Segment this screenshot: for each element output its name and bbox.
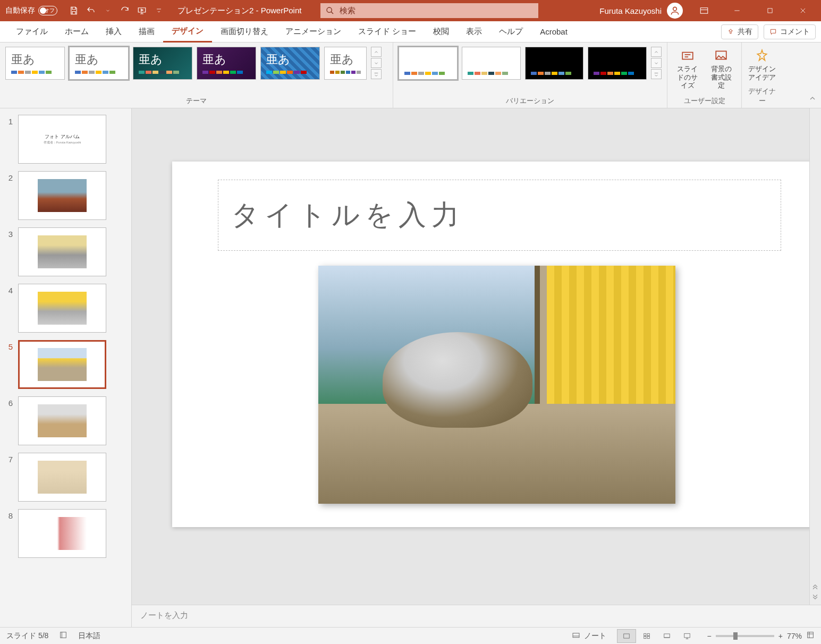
zoom-slider[interactable] xyxy=(716,635,774,637)
tab-review[interactable]: 校閲 xyxy=(425,21,458,43)
undo-icon[interactable] xyxy=(86,6,96,15)
zoom-in-button[interactable]: + xyxy=(778,632,783,640)
image-cat-subject xyxy=(383,332,532,427)
close-button[interactable] xyxy=(788,0,818,21)
tab-design[interactable]: デザイン xyxy=(163,21,212,43)
slide-image[interactable] xyxy=(318,266,675,504)
variation-2[interactable] xyxy=(462,47,521,80)
maximize-button[interactable] xyxy=(755,0,785,21)
svg-rect-9 xyxy=(644,633,646,635)
quick-access-toolbar xyxy=(69,6,164,15)
redo-icon[interactable] xyxy=(120,6,130,15)
slide-editor[interactable]: タイトルを入力 xyxy=(132,108,821,605)
slide-thumb-2[interactable]: 2 xyxy=(4,171,127,220)
theme-gallery[interactable]: 亜あ xyxy=(197,47,256,80)
accessibility-icon[interactable] xyxy=(59,631,67,641)
autosave-toggle[interactable]: 自動保存 オフ xyxy=(5,6,57,15)
thumb-image-icon xyxy=(38,235,87,268)
slideshow-view-button[interactable] xyxy=(678,629,697,643)
view-buttons xyxy=(617,629,697,643)
comments-button[interactable]: コメント xyxy=(764,24,816,39)
slide-thumb-3[interactable]: 3 xyxy=(4,227,127,276)
slide-counter[interactable]: スライド 5/8 xyxy=(6,631,48,641)
slide-thumb-7[interactable]: 7 xyxy=(4,453,127,502)
reading-view-button[interactable] xyxy=(657,629,676,643)
save-icon[interactable] xyxy=(69,6,79,15)
tab-home[interactable]: ホーム xyxy=(56,21,97,43)
thumb-image-icon xyxy=(38,292,87,325)
autosave-label: 自動保存 xyxy=(5,6,35,15)
thumb-image-icon xyxy=(38,517,87,550)
slide-thumb-6[interactable]: 6 xyxy=(4,396,127,445)
slide-size-button[interactable]: スライドのサイズ xyxy=(673,47,702,92)
zoom-percent[interactable]: 77% xyxy=(787,632,802,640)
ribbon-display-options-icon[interactable] xyxy=(689,0,719,21)
minimize-button[interactable] xyxy=(722,0,752,21)
qat-customize-icon[interactable] xyxy=(154,6,164,15)
slide-thumb-8[interactable]: 8 xyxy=(4,509,127,558)
svg-rect-14 xyxy=(684,633,690,638)
svg-rect-4 xyxy=(682,53,693,60)
slide-thumb-4[interactable]: 4 xyxy=(4,284,127,333)
svg-rect-7 xyxy=(573,633,579,637)
variation-4[interactable] xyxy=(588,47,647,80)
title-bar: 自動保存 オフ プレゼンテーション2 - PowerPoint 検索 Furut… xyxy=(0,0,821,21)
variation-3[interactable] xyxy=(525,47,584,80)
tab-insert[interactable]: 挿入 xyxy=(97,21,130,43)
variations-group-label: バリエーション xyxy=(399,94,662,106)
variations-scroll-down[interactable] xyxy=(651,58,662,68)
background-format-button[interactable]: 背景の書式設定 xyxy=(707,47,737,92)
prev-slide-icon[interactable] xyxy=(811,582,819,591)
search-box[interactable]: 検索 xyxy=(320,3,538,18)
notes-toggle-button[interactable]: ノート xyxy=(571,631,606,641)
design-ideas-button[interactable]: デザインアイデア xyxy=(747,47,777,83)
language-indicator[interactable]: 日本語 xyxy=(78,631,100,641)
account-info[interactable]: Furuta Kazuyoshi xyxy=(599,3,683,19)
theme-integral[interactable]: 亜あ xyxy=(260,47,320,80)
slideshow-from-start-icon[interactable] xyxy=(137,6,147,15)
svg-rect-13 xyxy=(664,633,670,637)
tab-animations[interactable]: アニメーション xyxy=(277,21,350,43)
tab-draw[interactable]: 描画 xyxy=(130,21,163,43)
themes-expand[interactable] xyxy=(371,69,382,79)
collapse-ribbon-icon[interactable] xyxy=(808,94,817,105)
tab-transitions[interactable]: 画面切り替え xyxy=(212,21,277,43)
themes-scroll-down[interactable] xyxy=(371,58,382,68)
user-settings-group-label: ユーザー設定 xyxy=(673,94,736,106)
fit-to-window-button[interactable] xyxy=(806,631,815,641)
slide-thumb-1[interactable]: 1 フォト アルバム作成者：Furuta Kazuyoshi xyxy=(4,115,127,164)
tab-acrobat[interactable]: Acrobat xyxy=(531,21,576,43)
zoom-out-button[interactable]: − xyxy=(707,632,712,640)
theme-organic[interactable]: 亜あ xyxy=(324,47,367,80)
next-slide-icon[interactable] xyxy=(811,593,819,601)
slide-thumbnail-panel[interactable]: 1 フォト アルバム作成者：Furuta Kazuyoshi 2 3 4 5 6… xyxy=(0,108,132,627)
slide-sorter-view-button[interactable] xyxy=(637,629,656,643)
undo-dropdown-icon[interactable] xyxy=(103,6,113,15)
vertical-scrollbar[interactable] xyxy=(809,108,821,605)
title-placeholder[interactable]: タイトルを入力 xyxy=(218,180,781,251)
notes-pane[interactable]: ノートを入力 xyxy=(132,605,821,627)
user-name: Furuta Kazuyoshi xyxy=(599,6,662,15)
variations-gallery-scroll xyxy=(651,47,662,79)
normal-view-button[interactable] xyxy=(617,629,636,643)
slide-thumb-5[interactable]: 5 xyxy=(4,340,127,389)
group-designer: デザインアイデア デザイナー xyxy=(742,43,782,108)
variation-1[interactable] xyxy=(399,47,458,80)
theme-office[interactable]: 亜あ xyxy=(5,47,65,80)
variations-scroll-up[interactable] xyxy=(651,47,662,57)
zoom-controls: − + 77% xyxy=(707,631,815,641)
slide-canvas[interactable]: タイトルを入力 xyxy=(172,162,821,527)
document-title: プレゼンテーション2 - PowerPoint xyxy=(177,6,301,16)
variations-expand[interactable] xyxy=(651,69,662,79)
tab-file[interactable]: ファイル xyxy=(7,21,56,43)
tab-view[interactable]: 表示 xyxy=(458,21,490,43)
theme-ion[interactable]: 亜あ xyxy=(133,47,192,80)
share-button[interactable]: 共有 xyxy=(721,24,758,39)
svg-rect-3 xyxy=(768,9,772,13)
tab-help[interactable]: ヘルプ xyxy=(490,21,531,43)
tab-slideshow[interactable]: スライド ショー xyxy=(350,21,425,43)
group-variations: バリエーション xyxy=(393,43,667,108)
ribbon-content: 亜あ 亜あ 亜あ 亜あ 亜あ 亜あ テーマ バリエーション xyxy=(0,43,821,108)
themes-scroll-up[interactable] xyxy=(371,47,382,57)
theme-current[interactable]: 亜あ xyxy=(69,47,129,80)
